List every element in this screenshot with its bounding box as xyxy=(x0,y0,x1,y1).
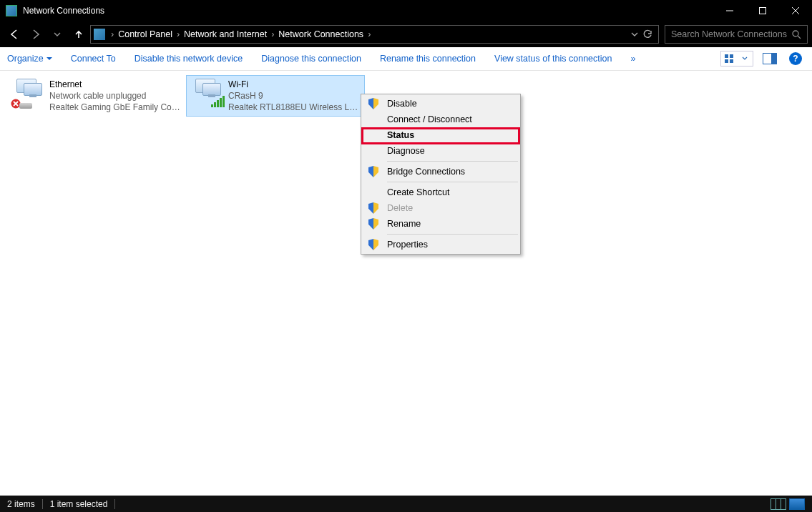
ctx-rename[interactable]: Rename xyxy=(363,216,519,232)
view-icon xyxy=(721,51,737,66)
svg-point-1 xyxy=(793,31,798,36)
connection-adapter: Realtek RTL8188EU Wireless LAN 8... xyxy=(228,102,360,113)
search-box[interactable] xyxy=(665,25,808,44)
divider xyxy=(42,499,43,509)
up-button[interactable] xyxy=(69,24,89,44)
recent-locations-button[interactable] xyxy=(47,24,67,44)
shield-icon xyxy=(367,238,380,251)
status-selected-count: 1 item selected xyxy=(50,499,108,509)
breadcrumb-network-internet[interactable]: Network and Internet xyxy=(181,29,270,39)
chevron-right-icon[interactable]: › xyxy=(366,29,372,39)
connection-adapter: Realtek Gaming GbE Family Contr... xyxy=(49,102,181,113)
close-button[interactable] xyxy=(779,0,812,21)
ctx-diagnose[interactable]: Diagnose xyxy=(363,143,519,159)
ctx-disable[interactable]: Disable xyxy=(363,96,519,112)
connection-name: Ethernet xyxy=(49,79,181,90)
svg-rect-0 xyxy=(760,8,766,14)
ctx-status[interactable]: Status xyxy=(363,127,519,143)
svg-rect-3 xyxy=(730,54,733,58)
search-icon[interactable] xyxy=(792,30,801,39)
chevron-right-icon[interactable]: › xyxy=(109,29,115,39)
chevron-down-icon[interactable] xyxy=(737,51,753,66)
shield-icon xyxy=(367,165,380,178)
separator xyxy=(387,234,518,235)
ctx-connect-disconnect[interactable]: Connect / Disconnect xyxy=(363,112,519,127)
disable-device-button[interactable]: Disable this network device xyxy=(134,54,243,64)
window-title: Network Connections xyxy=(23,6,713,16)
help-button[interactable]: ? xyxy=(786,49,805,68)
preview-pane-button[interactable] xyxy=(760,49,779,68)
organize-menu[interactable]: Organize xyxy=(7,54,52,64)
minimize-button[interactable] xyxy=(713,0,746,21)
connection-ssid: CRasH 9 xyxy=(228,90,360,102)
separator xyxy=(387,182,518,182)
connection-item-wifi[interactable]: Wi-Fi CRasH 9 Realtek RTL8188EU Wireless… xyxy=(186,75,365,117)
svg-rect-2 xyxy=(725,54,728,58)
chevron-right-icon[interactable]: › xyxy=(270,29,275,39)
search-input[interactable] xyxy=(671,29,792,39)
ctx-properties[interactable]: Properties xyxy=(363,237,519,252)
address-bar[interactable]: › Control Panel › Network and Internet ›… xyxy=(90,25,659,44)
view-status-button[interactable]: View status of this connection xyxy=(494,54,612,64)
refresh-button[interactable] xyxy=(642,29,652,39)
rename-connection-button[interactable]: Rename this connection xyxy=(380,54,476,64)
svg-rect-5 xyxy=(730,59,733,63)
command-toolbar: Organize Connect To Disable this network… xyxy=(0,47,812,71)
svg-rect-4 xyxy=(725,59,728,63)
diagnose-connection-button[interactable]: Diagnose this connection xyxy=(261,54,361,64)
maximize-button[interactable] xyxy=(746,0,779,21)
connection-status: Network cable unplugged xyxy=(49,90,181,102)
window-titlebar: Network Connections xyxy=(0,0,812,21)
shield-icon xyxy=(367,202,380,215)
separator xyxy=(387,161,518,162)
shield-icon xyxy=(367,97,380,110)
app-icon xyxy=(6,5,17,16)
breadcrumb-network-connections[interactable]: Network Connections xyxy=(275,29,366,39)
status-bar: 2 items 1 item selected xyxy=(0,496,812,512)
ctx-bridge-connections[interactable]: Bridge Connections xyxy=(363,164,519,179)
forward-button[interactable] xyxy=(26,24,46,44)
divider xyxy=(114,499,115,509)
ethernet-icon xyxy=(12,79,44,107)
chevron-right-icon[interactable]: › xyxy=(175,29,181,39)
location-icon xyxy=(94,29,105,40)
breadcrumb-control-panel[interactable]: Control Panel xyxy=(115,29,175,39)
history-dropdown-icon[interactable] xyxy=(631,31,638,38)
ctx-create-shortcut[interactable]: Create Shortcut xyxy=(363,184,519,200)
connection-item-ethernet[interactable]: Ethernet Network cable unplugged Realtek… xyxy=(7,75,186,117)
details-view-button[interactable] xyxy=(771,498,786,510)
nav-bar: › Control Panel › Network and Internet ›… xyxy=(0,21,812,47)
connection-name: Wi-Fi xyxy=(228,79,360,90)
content-area: Ethernet Network cable unplugged Realtek… xyxy=(0,71,812,496)
connect-to-button[interactable]: Connect To xyxy=(71,54,116,64)
shield-icon xyxy=(367,217,380,230)
large-icons-view-button[interactable] xyxy=(789,498,805,510)
status-item-count: 2 items xyxy=(7,499,35,509)
ctx-delete: Delete xyxy=(363,200,519,216)
back-button[interactable] xyxy=(4,24,24,44)
wifi-icon xyxy=(191,79,222,107)
context-menu: Disable Connect / Disconnect Status Diag… xyxy=(361,94,521,255)
view-options[interactable] xyxy=(720,51,753,67)
overflow-button[interactable]: » xyxy=(630,54,635,64)
